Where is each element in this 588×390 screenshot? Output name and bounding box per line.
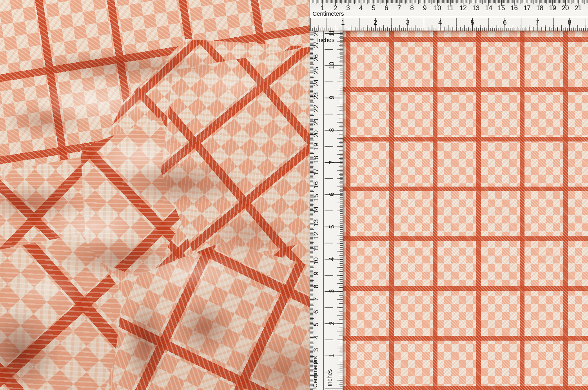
cm-tick-number: 15 (498, 4, 505, 12)
cm-tick-number: 3 (346, 4, 350, 12)
centimeters-label: Centimeters (312, 10, 344, 17)
inch-tick-number: 8 (568, 19, 571, 27)
draped-fabric-panel (0, 0, 310, 390)
inch-tick-number: 4 (328, 257, 336, 261)
cm-tick-number: 5 (312, 323, 320, 327)
cm-tick-number: 9 (423, 4, 426, 12)
cm-tick-number: 6 (385, 4, 388, 12)
cm-tick-number: 14 (485, 4, 492, 12)
cm-tick-number: 22 (312, 105, 320, 112)
ruler-cast-shadow (343, 31, 588, 390)
inch-tick-number: 7 (535, 19, 539, 27)
inch-tick-number: 1 (341, 19, 345, 27)
cm-tick-number: 4 (312, 336, 320, 339)
inch-tick-number: 2 (328, 322, 336, 325)
cm-tick-number: 18 (312, 156, 320, 163)
cm-tick-number: 4 (359, 4, 363, 12)
cm-tick-number: 10 (312, 258, 320, 265)
inch-tick-number: 4 (438, 19, 442, 27)
cm-tick-number: 21 (312, 118, 320, 125)
cm-tick-number: 20 (312, 131, 320, 138)
inches-label-vertical: Inches (326, 369, 333, 386)
cm-tick-number: 18 (536, 4, 543, 12)
inch-tick-number: 8 (328, 128, 336, 132)
cm-tick-number: 16 (312, 181, 320, 189)
inches-label: Inches (317, 36, 334, 44)
inch-tick-number: 5 (328, 225, 336, 229)
cm-tick-number: 10 (434, 4, 441, 12)
inch-tick-number: 3 (328, 290, 336, 293)
flat-fabric-panel (343, 31, 588, 390)
cm-tick-number: 1 (321, 4, 324, 12)
cm-tick-number: 26 (312, 54, 320, 62)
inch-tick-number: 3 (406, 19, 409, 27)
cm-tick-number: 12 (459, 4, 466, 12)
cm-tick-number: 8 (410, 4, 414, 12)
vertical-ruler: 2827262524232221201918171615141312111098… (310, 17, 343, 390)
cm-tick-number: 5 (372, 4, 376, 12)
cm-tick-number: 19 (312, 143, 320, 150)
cm-tick-number: 8 (312, 285, 320, 288)
vertical-inch-scale: 1110987654321 (325, 17, 343, 390)
cm-tick-number: 19 (549, 4, 556, 12)
inch-tick-number: 11 (328, 30, 336, 36)
horizontal-ruler: Centimeters 1234567891011121314151617181… (310, 0, 588, 31)
horizontal-cm-scale: Centimeters 1234567891011121314151617181… (310, 0, 588, 17)
fabric-product-photo: Centimeters 1234567891011121314151617181… (0, 0, 588, 390)
cm-tick-number: 21 (575, 4, 582, 12)
cm-tick-number: 2 (334, 4, 337, 12)
centimeters-label-vertical: Centimeters (312, 356, 319, 388)
cm-tick-number: 13 (472, 4, 479, 12)
cm-tick-number: 17 (523, 4, 530, 12)
cm-tick-number: 23 (312, 93, 320, 100)
cm-tick-number: 13 (312, 219, 320, 227)
cm-tick-number: 20 (562, 4, 569, 12)
horizontal-inch-scale: Inches 12345678 (310, 18, 588, 31)
inch-tick-number: 10 (328, 62, 336, 69)
inch-tick-number: 6 (328, 193, 336, 196)
cm-tick-number: 9 (312, 272, 320, 276)
inch-tick-number: 7 (328, 160, 336, 164)
cm-tick-number: 12 (312, 232, 320, 239)
cm-tick-number: 11 (447, 4, 454, 12)
inch-tick-number: 2 (374, 19, 377, 27)
inch-tick-number: 6 (503, 19, 506, 27)
cm-tick-number: 16 (511, 4, 518, 12)
inch-tick-number: 1 (328, 354, 336, 357)
vertical-cm-scale: 2827262524232221201918171615141312111098… (310, 17, 324, 390)
cm-tick-number: 14 (312, 207, 320, 214)
cm-tick-number: 15 (312, 194, 320, 201)
cm-tick-number: 25 (312, 67, 320, 74)
cm-tick-number: 11 (312, 245, 320, 252)
cm-tick-number: 3 (312, 348, 320, 352)
cm-tick-number: 17 (312, 169, 320, 176)
cm-tick-number: 7 (312, 297, 320, 301)
cm-tick-number: 7 (397, 4, 401, 12)
inch-tick-number: 5 (471, 19, 474, 27)
inch-tick-number: 9 (328, 96, 336, 100)
cm-tick-number: 6 (312, 310, 320, 314)
cm-tick-number: 24 (312, 80, 320, 87)
